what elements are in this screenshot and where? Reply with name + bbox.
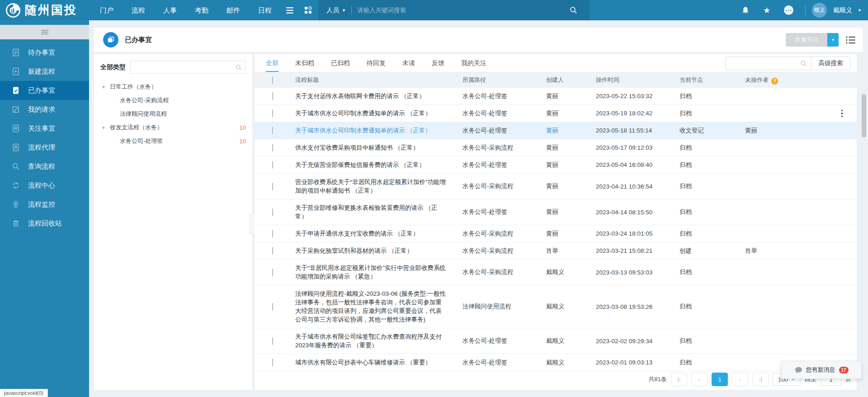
table-row[interactable]: 关于“非居民用水超定额累计加价”实行中营业部收费系统功能增加的采购请示 （紧急）… [255, 260, 857, 285]
select-all-checkbox[interactable] [272, 76, 273, 84]
row-checkbox[interactable] [272, 269, 273, 276]
sidebar-item-7[interactable]: 查询流程 [0, 157, 89, 176]
row-title[interactable]: 关于申请开通供水支付宝收费的请示 （正常） [295, 225, 462, 242]
sidebar-item-1[interactable]: 待办事宜 [0, 43, 89, 62]
row-title[interactable]: 关于城市供水公司印制水费通知单的请示 （正常） [295, 122, 462, 139]
row-title[interactable]: 关于城市供水公司印制水费通知单的请示 （正常） [295, 105, 462, 122]
view-list-icon[interactable] [846, 36, 855, 44]
row-checkbox[interactable] [272, 161, 273, 169]
row-more-menu-icon[interactable] [840, 108, 844, 118]
table-row[interactable]: 营业部收费系统关于“非居民用水超定额累计加价”功能增加的项目中标通知书 （正常）… [255, 174, 857, 199]
tab-1[interactable]: 全部 [266, 54, 278, 72]
tree-node[interactable]: ▼收发文流程（水务）10 [94, 121, 252, 134]
row-checkbox[interactable] [272, 208, 273, 216]
row-checkbox[interactable] [272, 109, 273, 117]
top-menu-item-5[interactable]: 邮件 [217, 0, 249, 20]
tab-2[interactable]: 未归档 [295, 54, 314, 72]
row-checkbox[interactable] [272, 92, 273, 100]
batch-follow-dropdown[interactable]: ▼ [827, 33, 839, 47]
table-row[interactable]: 关于营业部维修和更换水表检验装置费用的请示 （正常）水务公司-处理签黄丽2023… [255, 199, 857, 225]
search-icon[interactable] [800, 57, 811, 70]
sidebar-item-3[interactable]: 已办事宜 [0, 81, 89, 100]
row-title[interactable]: 营业部收费系统关于“非居民用水超定额累计加价”功能增加的项目中标通知书 （正常） [295, 174, 462, 199]
row-checkbox[interactable] [272, 359, 273, 366]
sidebar-item-4[interactable]: 我的请求 [0, 100, 89, 119]
table-row[interactable]: 关于城市供水有限公司续签鄂汇办水费查询程序及支付2023年服务费的请示 （重要）… [255, 328, 857, 354]
row-title[interactable]: 关于充值营业部催费短信服务费的请示 （正常） [295, 156, 462, 173]
sidebar-item-2[interactable]: 新建流程 [0, 62, 89, 81]
row-title[interactable]: 城市供水有限公司抄表中心车辆维修请示 （重要） [295, 354, 462, 371]
row-checkbox[interactable] [272, 144, 273, 151]
global-search-input[interactable] [357, 7, 520, 14]
vertical-scrollbar[interactable] [862, 94, 866, 137]
favorites-star-icon[interactable]: ★ [758, 0, 776, 20]
sidebar-item-10[interactable]: 流程回收站 [0, 214, 89, 233]
new-message-toast[interactable]: 您有新消息 17 [781, 361, 862, 379]
row-title[interactable]: 关于城市供水有限公司续签鄂汇办水费查询程序及支付2023年服务费的请示 （重要） [295, 328, 462, 354]
tab-7[interactable]: 我的关注 [461, 54, 486, 72]
row-checkbox[interactable] [272, 183, 273, 190]
next-page-button[interactable]: › [732, 373, 748, 386]
user-name[interactable]: 戴顺义 [833, 6, 852, 14]
sidebar-item-8[interactable]: 流程中心 [0, 176, 89, 195]
search-icon[interactable] [236, 64, 242, 71]
table-row[interactable]: 关于城市供水公司印制水费通知单的请示 （正常）水务公司-处理签黄丽2023-05… [255, 122, 857, 139]
panel-collapse-handle[interactable]: ‹ [250, 213, 255, 234]
more-options-icon[interactable]: ··· [778, 0, 799, 20]
type-search-input[interactable] [131, 64, 236, 71]
row-title[interactable]: 关于采购化验室试剂和器材的请示 （正常） [295, 242, 462, 259]
list-search-input[interactable] [726, 57, 800, 70]
table-row[interactable]: 关于充值营业部催费短信服务费的请示 （正常）水务公司-处理签黄丽2023-05-… [255, 156, 857, 174]
hamburger-menu-icon[interactable] [281, 0, 299, 20]
tree-expand-icon[interactable]: ▼ [101, 125, 106, 130]
tab-6[interactable]: 反馈 [432, 54, 444, 72]
row-checkbox[interactable] [272, 337, 273, 345]
page-number-button[interactable]: 1 [712, 373, 728, 386]
row-checkbox[interactable] [272, 247, 273, 255]
tree-expand-icon[interactable]: ▼ [101, 85, 106, 90]
sidebar-item-9[interactable]: 流程监控 [0, 195, 89, 214]
top-menu-item-4[interactable]: 考勤 [186, 0, 217, 20]
tab-3[interactable]: 已归档 [331, 54, 350, 72]
table-row[interactable]: 供水支付宝收费采购项目中标通知书 （正常）水务公司-采购流程黄丽2023-05-… [255, 139, 857, 156]
tree-node[interactable]: ▼日常工作（水务） [94, 80, 252, 94]
row-title[interactable]: 关于营业部维修和更换水表检验装置费用的请示 （正常） [295, 199, 462, 225]
sidebar-collapse-button[interactable] [0, 25, 89, 39]
table-row[interactable]: 城市供水有限公司抄表中心车辆维修请示 （重要）水务公司-处理签戴顺义2023-0… [255, 354, 857, 371]
sidebar-item-6[interactable]: 流程代理 [0, 138, 89, 157]
advanced-search-button[interactable]: 高级搜索 [811, 57, 850, 70]
table-row[interactable]: 关于城市供水公司印制水费通知单的请示 （正常）水务公司-处理签黄丽2023-05… [255, 105, 857, 122]
tree-node[interactable]: 法律顾问使用流程 [94, 107, 252, 121]
user-avatar[interactable]: 顺义 [812, 3, 827, 18]
row-title[interactable]: 关于“非居民用水超定额累计加价”实行中营业部收费系统功能增加的采购请示 （紧急） [295, 260, 462, 285]
table-row[interactable]: 关于支付远传水表物联网卡费用的请示 （正常）水务公司-处理签黄丽2023-05-… [255, 88, 857, 105]
tab-5[interactable]: 未读 [402, 54, 415, 72]
table-row[interactable]: 关于采购化验室试剂和器材的请示 （正常）水务公司-采购流程肖举2023-03-2… [255, 242, 857, 260]
last-page-button[interactable]: › [752, 373, 769, 386]
top-menu-item-6[interactable]: 日程 [249, 0, 281, 20]
tab-4[interactable]: 待回复 [367, 54, 386, 72]
help-icon[interactable]: ? [771, 78, 778, 85]
apps-grid-icon[interactable] [299, 0, 317, 20]
sidebar-item-5[interactable]: 关注事宜 [0, 119, 89, 138]
company-logo[interactable]: 随州国投 [5, 2, 77, 18]
tree-node[interactable]: 水务公司-采购流程 [94, 94, 252, 107]
top-menu-item-1[interactable]: 门户 [91, 0, 123, 20]
row-checkbox[interactable] [272, 127, 273, 134]
row-title[interactable]: 关于支付远传水表物联网卡费用的请示 （正常） [295, 88, 462, 104]
user-menu-chevron-icon[interactable]: ▼ [858, 8, 862, 13]
search-icon[interactable] [570, 6, 577, 14]
prev-page-button[interactable]: ‹ [691, 373, 708, 386]
row-checkbox[interactable] [272, 230, 273, 237]
top-menu-item-2[interactable]: 流程 [123, 0, 154, 20]
row-checkbox[interactable] [272, 303, 273, 311]
first-page-button[interactable]: ‹ [671, 373, 687, 386]
tree-node[interactable]: 水务公司-处理签10 [94, 134, 252, 148]
row-title[interactable]: 供水支付宝收费采购项目中标通知书 （正常） [295, 139, 462, 156]
search-scope-select[interactable]: 人员 ▼ [326, 6, 346, 14]
row-title[interactable]: 法律顾问使用流程-戴顺义-2023-03-06 (服务类型:一般性法律事务，包括… [295, 285, 462, 328]
top-menu-item-3[interactable]: 人事 [154, 0, 186, 20]
table-row[interactable]: 关于申请开通供水支付宝收费的请示 （正常）水务公司-采购流程黄丽2023-03-… [255, 225, 857, 242]
bell-icon[interactable] [736, 0, 755, 20]
batch-follow-button[interactable]: 批量关注 [786, 33, 827, 47]
